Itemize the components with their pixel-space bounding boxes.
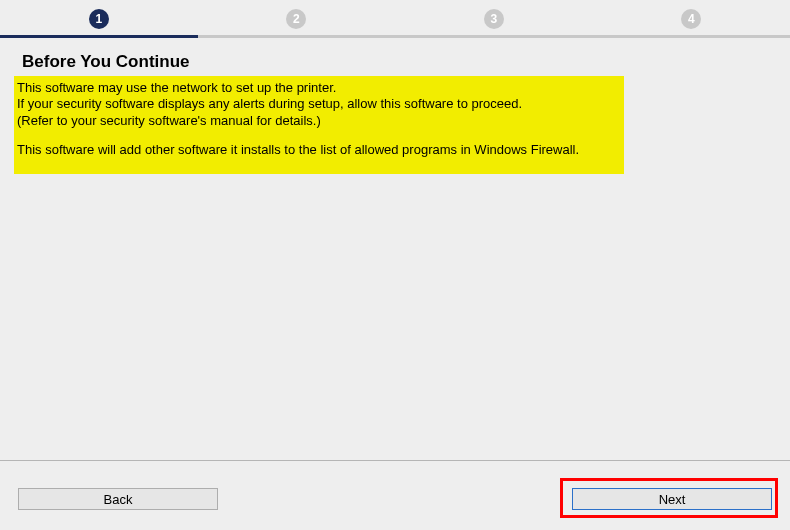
wizard-stepper: 1 2 3 4: [0, 0, 790, 38]
footer-divider: [0, 460, 790, 461]
step-2-circle: 2: [286, 9, 306, 29]
next-button[interactable]: Next: [572, 488, 772, 510]
footer-bar: Back Next: [0, 488, 790, 510]
content-area: Before You Continue This software may us…: [0, 38, 790, 174]
notice-line-3: (Refer to your security software's manua…: [17, 113, 618, 129]
notice-line-4: This software will add other software it…: [17, 142, 618, 158]
notice-box: This software may use the network to set…: [14, 76, 624, 174]
step-3-circle: 3: [484, 9, 504, 29]
back-button[interactable]: Back: [18, 488, 218, 510]
step-2: 2: [198, 0, 396, 38]
notice-line-2: If your security software displays any a…: [17, 96, 618, 112]
step-1: 1: [0, 0, 198, 38]
stepper-active-track: [0, 35, 198, 38]
page-heading: Before You Continue: [22, 52, 770, 72]
notice-line-1: This software may use the network to set…: [17, 80, 618, 96]
step-1-circle: 1: [89, 9, 109, 29]
step-4: 4: [593, 0, 791, 38]
step-3: 3: [395, 0, 593, 38]
step-4-circle: 4: [681, 9, 701, 29]
